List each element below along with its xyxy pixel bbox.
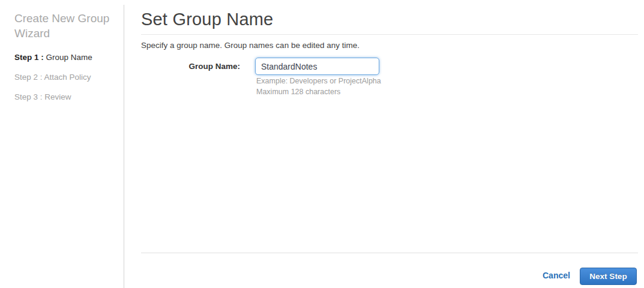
group-name-hint-max: Maximum 128 characters [256, 88, 340, 96]
group-name-input[interactable] [255, 58, 379, 75]
title-divider [141, 34, 638, 35]
sidebar-step-review[interactable]: Step 3 : Review [14, 92, 71, 101]
step-label: Attach Policy [44, 73, 91, 82]
next-step-button[interactable]: Next Step [580, 268, 637, 285]
sidebar-step-group-name[interactable]: Step 1 : Group Name [14, 53, 92, 62]
create-group-wizard-page: Create New Group Wizard Step 1 : Group N… [0, 0, 644, 288]
footer-divider [141, 253, 638, 253]
step-label: Group Name [46, 53, 92, 62]
page-title: Set Group Name [141, 10, 273, 29]
step-prefix: Step 2 : [14, 73, 44, 82]
sidebar-step-attach-policy[interactable]: Step 2 : Attach Policy [14, 73, 91, 82]
cancel-button[interactable]: Cancel [543, 271, 570, 280]
group-name-hint-example: Example: Developers or ProjectAlpha [256, 77, 381, 85]
page-subtitle: Specify a group name. Group names can be… [141, 41, 360, 50]
step-prefix: Step 1 : [14, 53, 46, 62]
wizard-title: Create New Group Wizard [14, 11, 116, 41]
step-label: Review [44, 92, 71, 101]
sidebar-divider [124, 5, 124, 288]
group-name-label: Group Name: [141, 62, 240, 71]
step-prefix: Step 3 : [14, 92, 44, 101]
